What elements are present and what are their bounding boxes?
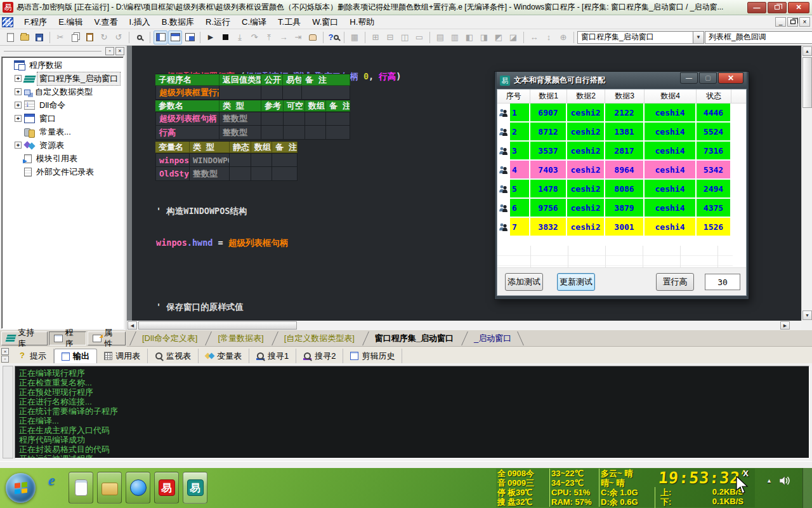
tree-item[interactable]: + 窗口程序集_启动窗口 [2,72,123,85]
status-cell[interactable]: 4375 [697,199,731,217]
insert-row-button[interactable]: ⊞ [369,30,383,44]
expand-toggle[interactable]: + [15,142,22,149]
panel-close-button[interactable]: × [115,47,124,55]
tree-item[interactable]: + 自定义数据类型 [2,85,123,98]
code-block[interactable]: ' 构造WINDOWPOS结构 winpos.hwnd = 超级列表框句柄 ' … [156,185,549,321]
same-both-button[interactable]: ⊕ [556,30,570,44]
data2-cell[interactable]: ceshi2 [567,218,605,236]
editor-tab[interactable]: _启动窗口 [464,331,521,346]
stop-button[interactable] [218,30,232,44]
menu-item[interactable]: E.编辑 [53,16,88,28]
expand-toggle[interactable]: + [15,75,22,82]
output-console[interactable]: 正在编译现行程序正在检查重复名称...正在预处理现行程序正在进行名称连接...正… [15,366,809,458]
index-cell[interactable]: 6 [497,199,530,217]
expand-toggle[interactable]: + [15,102,22,109]
list-header-cell[interactable]: 数据2 [567,90,605,103]
data1-cell[interactable]: 6907 [530,104,567,121]
layout-grid-button[interactable] [183,30,197,44]
taskbar-app-button[interactable] [69,472,93,504]
var-type-cell[interactable]: WINDOWPOS [190,154,230,167]
index-cell[interactable]: 5 [497,180,530,197]
panel-tab[interactable]: 输出 [54,349,97,363]
data3-cell[interactable]: 8964 [605,161,645,178]
table-cell[interactable] [261,126,284,140]
menu-item[interactable]: B.数据库 [156,16,200,28]
paste-button[interactable] [82,30,96,44]
save-button[interactable] [32,30,46,44]
combo-dropdown-icon[interactable]: ▼ [693,32,704,43]
row-height-input[interactable] [705,274,740,290]
panel-tab[interactable]: 调用表 [97,349,148,363]
index-cell[interactable]: 7 [497,218,530,236]
param-name-cell[interactable]: 行高 [155,126,219,140]
editor-vertical-scrollbar[interactable]: ▲ ▼ [801,46,812,321]
status-cell[interactable]: 1526 [697,218,731,236]
table-cell[interactable] [261,86,283,100]
assembly-combo[interactable]: 窗口程序集_启动窗口 ▼ [577,31,704,44]
same-height-button[interactable]: ↕ [542,30,556,44]
set-row-height-button[interactable]: 置行高 [656,273,694,291]
run-button[interactable]: ▶ [204,30,218,44]
taskbar-app-button[interactable]: 易 [183,472,207,504]
data4-cell[interactable]: ceshi4 [645,142,697,159]
output-scrollbar[interactable] [3,366,13,458]
table-cell[interactable] [272,167,298,181]
param-type-cell[interactable]: 整数型 [219,112,261,126]
list-header-cell[interactable]: 状态 [697,90,731,103]
tree-item[interactable]: + 窗口 [2,112,123,125]
pan-button[interactable] [306,30,320,44]
list-header-cell[interactable]: 数据4 [645,90,697,103]
editor-tab[interactable]: [Dll命令定义表] [132,331,207,346]
table-row[interactable]: winpos WINDOWPOS [155,153,298,167]
tree-item[interactable]: 外部文件记录表 [2,165,123,178]
data4-cell[interactable]: ceshi4 [645,104,697,121]
desktop-widget[interactable]: 全 0908今 33~22℃ 多云~ 晴 19:53:32 ^ X 音 0909… [496,469,755,507]
append-row-button[interactable]: ◫ [398,30,412,44]
panel-tab[interactable]: 提示 [11,349,54,363]
menu-item[interactable]: W.窗口 [306,16,344,28]
mdi-restore-button[interactable] [787,17,798,27]
table-cell[interactable] [305,112,326,126]
split-row-button[interactable]: ▭ [412,30,426,44]
undo-button[interactable]: ↺ [112,30,126,44]
color-list[interactable]: 1 6907 ceshi2 2122 ceshi4 4446 2 [497,104,746,237]
show-desktop-button[interactable] [802,468,812,508]
table-cell[interactable] [283,86,302,100]
tree-item[interactable]: 常量表... [2,125,123,138]
menu-item[interactable]: F.程序 [18,16,53,28]
list-row[interactable]: 6 9756 ceshi2 3879 ceshi4 4375 [497,199,746,218]
status-cell[interactable]: 7316 [697,142,731,159]
list-header-cell[interactable]: 数据3 [605,90,645,103]
param-name-cell[interactable]: 超级列表框句柄 [155,112,219,126]
list-row[interactable]: 2 8712 ceshi2 1381 ceshi4 5524 [497,123,746,142]
cut-button[interactable]: ✂ [53,30,67,44]
table-cell[interactable] [326,112,350,126]
list-header[interactable]: 序号数据1数据2数据3数据4状态 [497,90,746,104]
menu-item[interactable]: I.插入 [124,16,156,28]
menu-item[interactable]: V.查看 [88,16,123,28]
tree-item[interactable]: + Dll命令 [2,98,123,112]
same-width-button[interactable]: ↔ [527,30,541,44]
panel-close-mini-button[interactable]: × [1,348,9,355]
ie-quicklaunch-icon[interactable]: e [48,472,55,489]
panel-tab[interactable]: 搜寻1 [249,349,296,363]
param-type-cell[interactable]: 整数型 [219,126,261,140]
align-bottom-button[interactable]: ◨ [477,30,491,44]
editor-tab[interactable]: [常量数据表] [207,331,273,346]
start-button[interactable] [6,473,36,503]
panel-tab[interactable]: 剪辑历史 [343,349,402,363]
list-row[interactable]: 1 6907 ceshi2 2122 ceshi4 4446 [497,104,746,123]
volume-icon[interactable] [780,476,791,486]
data3-cell[interactable]: 3879 [605,199,645,217]
step-out-button[interactable]: ⤒ [262,30,276,44]
side-tab[interactable]: 程序 [49,331,87,345]
taskbar-app-button[interactable] [126,472,150,504]
list-header-cell[interactable]: 数据1 [530,90,567,103]
restore-button[interactable] [768,2,787,13]
scroll-left-icon[interactable]: ◀ [128,321,137,330]
table-row[interactable]: 行高 整数型 [155,126,350,140]
index-cell[interactable]: 3 [497,142,530,159]
panel-tab[interactable]: 搜寻2 [296,349,343,363]
redo-button[interactable]: ↻ [97,30,111,44]
horizontal-scroll-thumb[interactable] [138,321,297,330]
